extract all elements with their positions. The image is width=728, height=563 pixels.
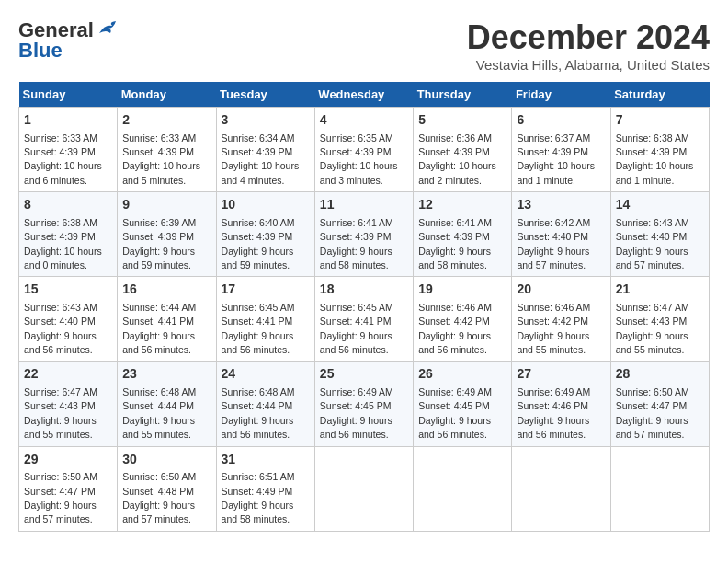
day-info: Sunrise: 6:50 AMSunset: 4:47 PMDaylight:… <box>24 471 97 524</box>
day-info: Sunrise: 6:47 AMSunset: 4:43 PMDaylight:… <box>24 386 97 440</box>
day-number: 3 <box>222 111 310 130</box>
day-number: 22 <box>24 365 112 384</box>
calendar-cell: 6Sunrise: 6:37 AMSunset: 4:39 PMDaylight… <box>512 108 610 192</box>
day-info: Sunrise: 6:45 AMSunset: 4:41 PMDaylight:… <box>320 302 393 355</box>
day-info: Sunrise: 6:38 AMSunset: 4:39 PMDaylight:… <box>616 132 694 186</box>
calendar-table: SundayMondayTuesdayWednesdayThursdayFrid… <box>18 82 710 532</box>
calendar-cell: 16Sunrise: 6:44 AMSunset: 4:41 PMDayligh… <box>118 277 216 362</box>
calendar-cell: 9Sunrise: 6:39 AMSunset: 4:39 PMDaylight… <box>118 192 216 277</box>
calendar-cell <box>610 446 709 531</box>
calendar-week-3: 15Sunrise: 6:43 AMSunset: 4:40 PMDayligh… <box>19 277 710 362</box>
day-info: Sunrise: 6:38 AMSunset: 4:39 PMDaylight:… <box>24 217 102 270</box>
calendar-cell: 10Sunrise: 6:40 AMSunset: 4:39 PMDayligh… <box>216 192 314 277</box>
day-number: 14 <box>616 196 704 214</box>
logo-bird-icon <box>97 20 118 37</box>
calendar-cell: 8Sunrise: 6:38 AMSunset: 4:39 PMDaylight… <box>19 192 118 277</box>
logo: General Blue <box>18 18 118 63</box>
day-number: 25 <box>320 365 408 384</box>
day-number: 8 <box>24 196 112 214</box>
day-info: Sunrise: 6:46 AMSunset: 4:42 PMDaylight:… <box>517 302 590 355</box>
day-info: Sunrise: 6:51 AMSunset: 4:49 PMDaylight:… <box>222 471 295 524</box>
calendar-cell: 18Sunrise: 6:45 AMSunset: 4:41 PMDayligh… <box>314 277 413 362</box>
day-info: Sunrise: 6:36 AMSunset: 4:39 PMDaylight:… <box>418 132 496 186</box>
calendar-cell: 1Sunrise: 6:33 AMSunset: 4:39 PMDaylight… <box>19 108 118 192</box>
calendar-cell <box>314 446 413 531</box>
day-number: 11 <box>320 196 408 214</box>
location-text: Vestavia Hills, Alabama, United States <box>467 57 710 73</box>
calendar-cell: 25Sunrise: 6:49 AMSunset: 4:45 PMDayligh… <box>314 362 413 446</box>
calendar-cell: 17Sunrise: 6:45 AMSunset: 4:41 PMDayligh… <box>216 277 314 362</box>
weekday-header-thursday: Thursday <box>414 82 512 108</box>
weekday-header-tuesday: Tuesday <box>216 82 314 108</box>
calendar-cell: 27Sunrise: 6:49 AMSunset: 4:46 PMDayligh… <box>512 362 610 446</box>
day-number: 24 <box>222 365 310 384</box>
calendar-cell: 11Sunrise: 6:41 AMSunset: 4:39 PMDayligh… <box>314 192 413 277</box>
calendar-week-4: 22Sunrise: 6:47 AMSunset: 4:43 PMDayligh… <box>19 362 710 446</box>
day-info: Sunrise: 6:39 AMSunset: 4:39 PMDaylight:… <box>122 217 196 270</box>
day-info: Sunrise: 6:50 AMSunset: 4:47 PMDaylight:… <box>616 386 689 440</box>
calendar-cell: 29Sunrise: 6:50 AMSunset: 4:47 PMDayligh… <box>19 446 118 531</box>
day-info: Sunrise: 6:41 AMSunset: 4:39 PMDaylight:… <box>320 217 393 270</box>
weekday-header-row: SundayMondayTuesdayWednesdayThursdayFrid… <box>19 82 710 108</box>
day-info: Sunrise: 6:49 AMSunset: 4:45 PMDaylight:… <box>320 386 393 440</box>
calendar-cell: 4Sunrise: 6:35 AMSunset: 4:39 PMDaylight… <box>314 108 413 192</box>
day-info: Sunrise: 6:42 AMSunset: 4:40 PMDaylight:… <box>517 217 590 270</box>
day-number: 1 <box>24 111 112 130</box>
day-info: Sunrise: 6:33 AMSunset: 4:39 PMDaylight:… <box>24 132 102 186</box>
calendar-week-5: 29Sunrise: 6:50 AMSunset: 4:47 PMDayligh… <box>19 446 710 531</box>
calendar-cell <box>414 446 512 531</box>
day-number: 26 <box>418 365 506 384</box>
calendar-cell: 26Sunrise: 6:49 AMSunset: 4:45 PMDayligh… <box>414 362 512 446</box>
day-info: Sunrise: 6:43 AMSunset: 4:40 PMDaylight:… <box>24 302 97 355</box>
day-number: 4 <box>320 111 408 130</box>
calendar-cell: 19Sunrise: 6:46 AMSunset: 4:42 PMDayligh… <box>414 277 512 362</box>
day-number: 27 <box>517 365 605 384</box>
calendar-cell: 5Sunrise: 6:36 AMSunset: 4:39 PMDaylight… <box>414 108 512 192</box>
calendar-cell: 24Sunrise: 6:48 AMSunset: 4:44 PMDayligh… <box>216 362 314 446</box>
day-info: Sunrise: 6:48 AMSunset: 4:44 PMDaylight:… <box>222 386 295 440</box>
day-info: Sunrise: 6:49 AMSunset: 4:45 PMDaylight:… <box>418 386 492 440</box>
day-info: Sunrise: 6:43 AMSunset: 4:40 PMDaylight:… <box>616 217 689 270</box>
logo-blue-text: Blue <box>18 39 63 63</box>
calendar-cell: 2Sunrise: 6:33 AMSunset: 4:39 PMDaylight… <box>118 108 216 192</box>
day-number: 9 <box>122 196 210 214</box>
month-title: December 2024 <box>467 18 710 57</box>
calendar-cell: 13Sunrise: 6:42 AMSunset: 4:40 PMDayligh… <box>512 192 610 277</box>
calendar-cell: 28Sunrise: 6:50 AMSunset: 4:47 PMDayligh… <box>610 362 709 446</box>
day-number: 23 <box>122 365 210 384</box>
day-number: 13 <box>517 196 605 214</box>
day-number: 28 <box>616 365 704 384</box>
calendar-cell: 22Sunrise: 6:47 AMSunset: 4:43 PMDayligh… <box>19 362 118 446</box>
day-info: Sunrise: 6:49 AMSunset: 4:46 PMDaylight:… <box>517 386 590 440</box>
weekday-header-wednesday: Wednesday <box>314 82 413 108</box>
day-info: Sunrise: 6:33 AMSunset: 4:39 PMDaylight:… <box>122 132 200 186</box>
day-number: 18 <box>320 281 408 299</box>
day-number: 29 <box>24 451 112 469</box>
calendar-week-2: 8Sunrise: 6:38 AMSunset: 4:39 PMDaylight… <box>19 192 710 277</box>
day-number: 20 <box>517 281 605 299</box>
calendar-cell: 21Sunrise: 6:47 AMSunset: 4:43 PMDayligh… <box>610 277 709 362</box>
day-number: 21 <box>616 281 704 299</box>
calendar-cell: 30Sunrise: 6:50 AMSunset: 4:48 PMDayligh… <box>118 446 216 531</box>
day-number: 17 <box>222 281 310 299</box>
weekday-header-friday: Friday <box>512 82 610 108</box>
calendar-cell: 15Sunrise: 6:43 AMSunset: 4:40 PMDayligh… <box>19 277 118 362</box>
day-number: 15 <box>24 281 112 299</box>
day-number: 2 <box>122 111 210 130</box>
day-number: 31 <box>222 451 310 469</box>
calendar-cell: 23Sunrise: 6:48 AMSunset: 4:44 PMDayligh… <box>118 362 216 446</box>
day-number: 30 <box>122 451 210 469</box>
day-info: Sunrise: 6:50 AMSunset: 4:48 PMDaylight:… <box>122 471 196 524</box>
day-number: 5 <box>418 111 506 130</box>
day-number: 19 <box>418 281 506 299</box>
day-info: Sunrise: 6:46 AMSunset: 4:42 PMDaylight:… <box>418 302 492 355</box>
calendar-cell: 31Sunrise: 6:51 AMSunset: 4:49 PMDayligh… <box>216 446 314 531</box>
calendar-cell: 7Sunrise: 6:38 AMSunset: 4:39 PMDaylight… <box>610 108 709 192</box>
calendar-cell <box>512 446 610 531</box>
day-info: Sunrise: 6:37 AMSunset: 4:39 PMDaylight:… <box>517 132 595 186</box>
day-number: 6 <box>517 111 605 130</box>
calendar-cell: 12Sunrise: 6:41 AMSunset: 4:39 PMDayligh… <box>414 192 512 277</box>
day-info: Sunrise: 6:47 AMSunset: 4:43 PMDaylight:… <box>616 302 689 355</box>
calendar-cell: 20Sunrise: 6:46 AMSunset: 4:42 PMDayligh… <box>512 277 610 362</box>
day-info: Sunrise: 6:41 AMSunset: 4:39 PMDaylight:… <box>418 217 492 270</box>
